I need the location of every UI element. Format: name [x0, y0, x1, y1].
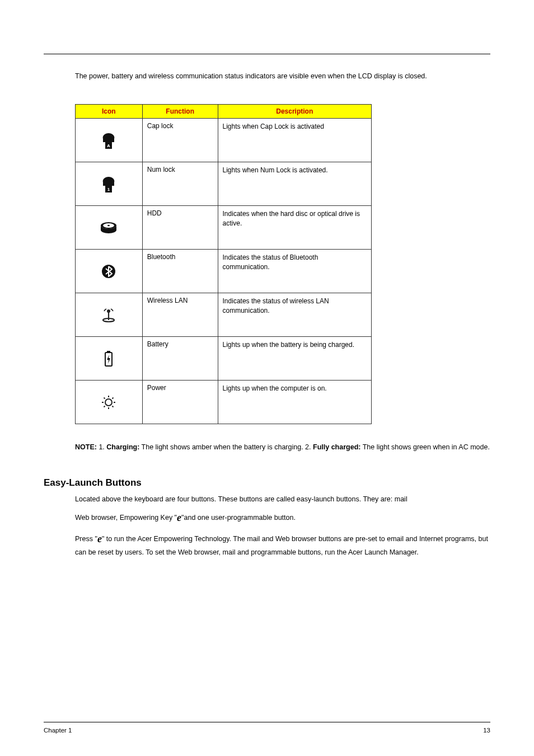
svg-line-15 [104, 397, 105, 398]
table-row: HDD Indicates when the hard disc or opti… [76, 206, 372, 250]
func-cell: Num lock [142, 162, 218, 206]
func-cell: Power [142, 381, 218, 424]
note-text1: The light shows amber when the battery i… [142, 443, 311, 451]
svg-text:1: 1 [107, 187, 110, 192]
func-cell: Wireless LAN [142, 293, 218, 337]
col-header-function: Function [142, 105, 218, 119]
desc-cell: Lights when Num Lock is activated. [218, 162, 371, 206]
easy-launch-p2: Web browser, Empowering Key "e"and one u… [75, 510, 490, 526]
caps-lock-icon: A [76, 119, 142, 162]
svg-line-17 [113, 397, 114, 398]
svg-point-7 [107, 309, 110, 313]
p2a: Web browser, Empowering Key " [75, 514, 177, 522]
power-icon [76, 381, 142, 424]
bluetooth-icon [76, 250, 142, 293]
intro-text: The power, battery and wireless communic… [75, 71, 490, 82]
p2b: "and one user-programmable button. [181, 514, 296, 522]
easy-launch-p1: Located above the keyboard are four butt… [75, 494, 490, 505]
func-cell: Bluetooth [142, 250, 218, 293]
note-strong2: Fully charged: [313, 443, 360, 451]
desc-cell: Indicates the status of wireless LAN com… [218, 293, 371, 337]
table-row: Wireless LAN Indicates the status of wir… [76, 293, 372, 337]
table-row: Battery Lights up when the battery is be… [76, 337, 372, 381]
desc-cell: Lights when Cap Lock is activated [218, 119, 371, 162]
indicators-table: Icon Function Description A Cap lock Lig… [75, 104, 372, 424]
svg-line-18 [104, 406, 105, 407]
footer-chapter: Chapter 1 [44, 727, 72, 734]
empowering-key-icon: e [97, 533, 102, 544]
p3a: Press " [75, 535, 97, 543]
page-footer: Chapter 1 13 [44, 722, 490, 734]
svg-point-10 [105, 399, 112, 406]
footer-page-number: 13 [483, 727, 490, 734]
wireless-lan-icon [76, 293, 142, 336]
desc-cell: Indicates when the hard disc or optical … [218, 206, 371, 250]
func-cell: HDD [142, 206, 218, 250]
p3b: " to run the Acer Empowering Technology.… [75, 535, 488, 556]
col-header-description: Description [218, 105, 371, 119]
top-divider [44, 54, 490, 54]
func-cell: Cap lock [142, 119, 218, 162]
note-text2: The light shows green when in AC mode. [363, 443, 490, 451]
svg-point-4 [107, 225, 110, 227]
table-row: A Cap lock Lights when Cap Lock is activ… [76, 119, 372, 162]
col-header-icon: Icon [76, 105, 143, 119]
num-lock-icon: 1 [76, 162, 142, 205]
desc-cell: Lights up when the battery is being char… [218, 337, 371, 381]
note-pref1: 1. [99, 443, 104, 451]
func-cell: Battery [142, 337, 218, 381]
desc-cell: Lights up when the computer is on. [218, 381, 371, 424]
svg-text:A: A [107, 143, 110, 148]
note-label: NOTE: [75, 443, 97, 451]
battery-icon [76, 337, 142, 380]
section-heading: Easy-Launch Buttons [44, 477, 490, 489]
hdd-icon [76, 206, 142, 249]
desc-cell: Indicates the status of Bluetooth commun… [218, 250, 371, 293]
svg-line-16 [113, 406, 114, 407]
table-row: 1 Num lock Lights when Num Lock is activ… [76, 162, 372, 206]
note: NOTE: 1. Charging: The light shows amber… [75, 442, 490, 452]
table-row: Power Lights up when the computer is on. [76, 381, 372, 424]
empowering-key-icon: e [177, 512, 181, 523]
note-strong1: Charging: [106, 443, 139, 451]
easy-launch-p3: Press "e" to run the Acer Empowering Tec… [75, 532, 490, 558]
table-row: Bluetooth Indicates the status of Blueto… [76, 250, 372, 293]
